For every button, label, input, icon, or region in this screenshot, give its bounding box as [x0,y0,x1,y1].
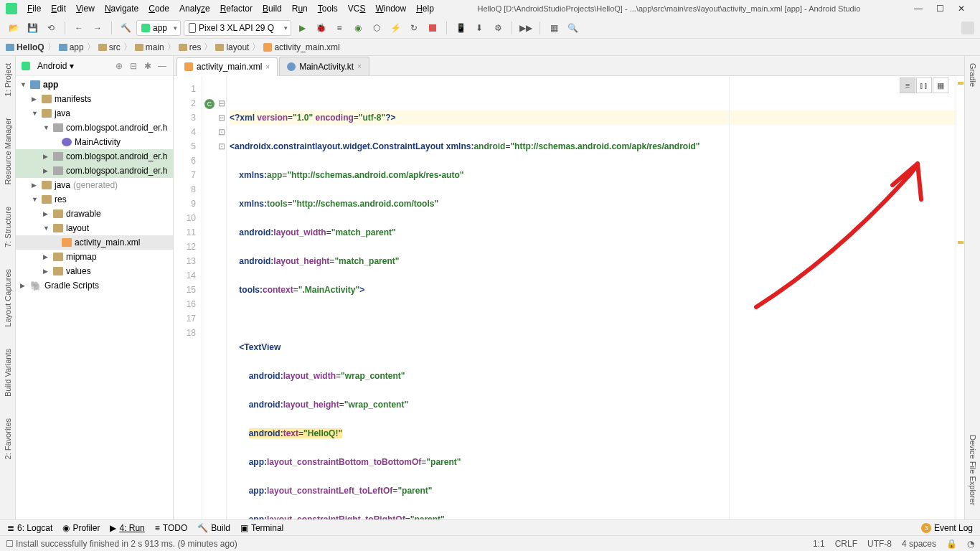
class-usage-icon[interactable]: C [204,99,215,109]
run-icon[interactable]: ▶ [294,20,310,36]
tree-java[interactable]: ▼java [16,106,173,121]
profile-icon[interactable]: ◉ [350,20,366,36]
bc-file[interactable]: activity_main.xml [263,42,339,52]
bc-project[interactable]: HelloQ [6,42,44,52]
restart-activity-icon[interactable]: ↻ [406,20,422,36]
tool-gradle[interactable]: Gradle [969,63,977,87]
split-view-button[interactable]: ⫿⫿ [916,77,932,93]
menu-analyze[interactable]: Analyze [175,2,215,15]
apply-changes-icon[interactable]: ⚡ [387,20,403,36]
tree-pkg3[interactable]: ▶com.blogspot.android_er.h [16,164,173,178]
file-encoding[interactable]: UTF-8 [867,539,892,549]
tree-res[interactable]: ▼res [16,192,173,207]
menu-window[interactable]: Window [371,2,410,15]
open-icon[interactable]: 📂 [6,20,22,36]
tree-manifests[interactable]: ▶manifests [16,92,173,106]
design-view-button[interactable]: ▦ [933,77,948,93]
tool-build-variants[interactable]: Build Variants [4,349,12,397]
warning-marker[interactable] [958,241,963,244]
settings-icon[interactable]: ✱ [143,61,153,71]
search-icon[interactable]: 🔍 [565,20,580,36]
menu-navigate[interactable]: Navigate [100,2,143,15]
menu-file[interactable]: File [23,2,45,15]
indent-info[interactable]: 4 spaces [902,539,936,549]
tab-activity-main-xml[interactable]: activity_main.xml× [176,57,278,76]
error-stripe[interactable] [956,76,964,519]
inspection-icon[interactable]: ◔ [967,539,974,549]
status-icon[interactable]: ☐ [6,539,14,549]
tree-java-gen[interactable]: ▶java (generated) [16,178,173,192]
minimize-button[interactable]: — [914,4,923,13]
tool-device-file-explorer[interactable]: Device File Explorer [969,435,977,505]
menu-code[interactable]: Code [144,2,174,15]
tree-activity-main-xml[interactable]: activity_main.xml [16,235,173,250]
tree-app[interactable]: ▼app [16,77,173,92]
bc-layout[interactable]: layout [215,42,249,52]
tree-pkg1[interactable]: ▼com.blogspot.android_er.h [16,121,173,135]
tool-favorites[interactable]: 2: Favorites [4,418,12,459]
menu-tools[interactable]: Tools [314,2,342,15]
device-dropdown[interactable]: Pixel 3 XL API 29 Q [184,20,291,36]
tool-run[interactable]: ▶ 4: Run [110,523,144,533]
tree-gradle-scripts[interactable]: ▶🐘Gradle Scripts [16,278,173,293]
build-icon[interactable]: 🔨 [118,20,133,36]
coverage-icon[interactable]: ≡ [331,20,347,36]
caret-position[interactable]: 1:1 [813,539,825,549]
close-button[interactable]: ✕ [957,4,966,13]
bc-main[interactable]: main [135,42,164,52]
tool-structure[interactable]: 7: Structure [4,207,12,248]
sdk-manager-icon[interactable]: ⬇ [471,20,487,36]
close-icon[interactable]: × [357,62,362,70]
nav-back-icon[interactable]: ← [71,20,87,36]
close-icon[interactable]: × [265,63,270,71]
run-config-dropdown[interactable]: app [136,20,181,36]
bc-app[interactable]: app [59,42,84,52]
tool-layout-captures[interactable]: Layout Captures [4,269,12,327]
maximize-button[interactable]: ☐ [936,4,944,13]
debug-icon[interactable]: 🐞 [313,20,329,36]
stop-icon[interactable] [425,20,440,36]
bc-src[interactable]: src [98,42,121,52]
menu-build[interactable]: Build [258,2,286,15]
warning-marker[interactable] [958,82,963,85]
tree-drawable[interactable]: ▶drawable [16,207,173,221]
bc-res[interactable]: res [179,42,202,52]
tool-terminal[interactable]: ▣ Terminal [240,523,283,533]
code-content[interactable]: <?xml version="1.0" encoding="utf-8"?> <… [227,76,956,519]
line-separator[interactable]: CRLF [835,539,857,549]
avd-manager-icon[interactable]: 📱 [453,20,468,36]
tree-layout[interactable]: ▼layout [16,221,173,235]
tool-logcat[interactable]: ≣ 6: Logcat [7,523,52,533]
readonly-lock-icon[interactable]: 🔒 [946,539,957,549]
menu-refactor[interactable]: Refactor [216,2,257,15]
tool-todo[interactable]: ≡ TODO [155,523,187,533]
project-structure-icon[interactable]: ▦ [546,20,562,36]
project-view-selector[interactable]: Android ▾ [37,61,110,71]
attach-debugger-icon[interactable]: ⬡ [369,20,385,36]
save-icon[interactable]: 💾 [24,20,40,36]
tree-mipmap[interactable]: ▶mipmap [16,250,173,264]
tool-project[interactable]: 1: Project [4,63,12,96]
run-anything-icon[interactable]: ▶▶ [518,20,534,36]
tree-pkg2[interactable]: ▶com.blogspot.android_er.h [16,149,173,164]
sync-icon[interactable]: ⟲ [43,20,59,36]
tool-resource-manager[interactable]: Resource Manager [4,118,12,185]
menu-run[interactable]: Run [288,2,312,15]
tab-main-activity-kt[interactable]: MainActivity.kt× [279,57,369,75]
code-view-button[interactable]: ≡ [900,77,915,93]
tool-build[interactable]: 🔨 Build [197,523,230,533]
menu-help[interactable]: Help [412,2,438,15]
expand-all-icon[interactable]: ⊟ [128,61,138,71]
scroll-from-source-icon[interactable]: ⊕ [114,61,124,71]
troubleshoot-icon[interactable]: ⚙ [490,20,506,36]
tool-event-log[interactable]: 3Event Log [921,523,973,533]
nav-forward-icon[interactable]: → [90,20,105,36]
tree-values[interactable]: ▶values [16,264,173,278]
tool-profiler[interactable]: ◉ Profiler [62,523,100,533]
code-editor[interactable]: 123456789101112131415161718 C ⊟⊟⊡⊡ <?xml… [174,76,964,519]
hide-icon[interactable]: — [157,61,167,71]
menu-view[interactable]: View [72,2,99,15]
menu-vcs[interactable]: VCS [344,2,370,15]
tree-main-activity[interactable]: MainActivity [16,135,173,149]
user-avatar[interactable] [961,22,974,34]
